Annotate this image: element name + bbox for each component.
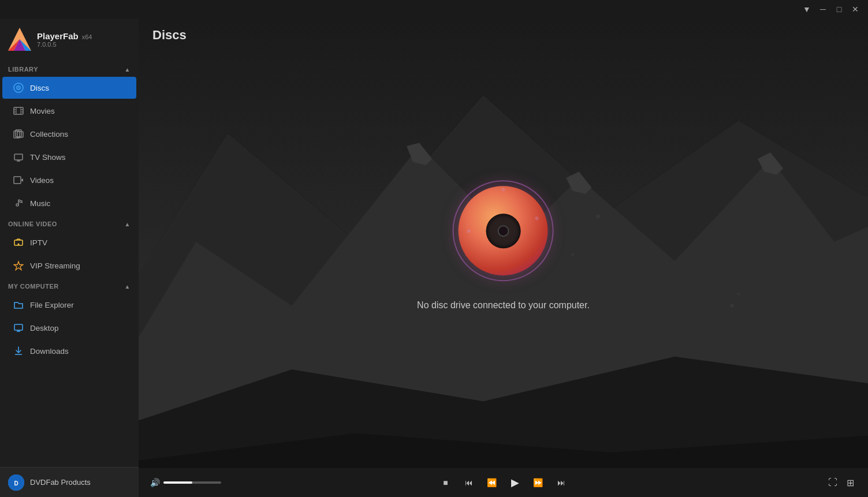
disc-icon — [13, 82, 24, 94]
grid-view-button[interactable]: ⊞ — [844, 475, 856, 491]
online-video-label: ONLINE VIDEO — [8, 221, 57, 227]
sidebar-item-downloads[interactable]: Downloads — [2, 340, 136, 362]
stop-button[interactable]: ■ — [435, 472, 456, 493]
downloads-label: Downloads — [30, 347, 69, 356]
library-section-header[interactable]: Library ▲ — [0, 60, 139, 76]
videos-icon — [13, 174, 24, 186]
downloads-icon — [13, 345, 24, 357]
sidebar-item-movies[interactable]: Movies — [2, 100, 136, 122]
dvdfab-products-button[interactable]: D DVDFab Products — [0, 467, 139, 497]
sidebar: PlayerFab x64 7.0.0.5 Library ▲ Discs — [0, 18, 139, 497]
svg-point-39 — [596, 214, 600, 218]
disc-center: No disc drive connected to your computer… — [417, 179, 590, 311]
app-logo — [8, 28, 31, 51]
my-computer-section-header[interactable]: My Computer ▲ — [0, 277, 139, 293]
titlebar-minimize-btn[interactable]: ─ — [815, 1, 831, 17]
svg-rect-20 — [14, 177, 21, 184]
sidebar-item-desktop[interactable]: Desktop — [2, 317, 136, 339]
svg-text:D: D — [14, 480, 18, 487]
tv-icon — [13, 151, 24, 163]
logo-name-text: PlayerFab — [37, 31, 79, 41]
iptv-icon — [13, 237, 24, 248]
titlebar-maximize-btn[interactable]: □ — [831, 1, 847, 17]
discs-label: Discs — [30, 84, 49, 92]
videos-label: Videos — [30, 176, 54, 185]
play-button[interactable]: ▶ — [505, 472, 526, 493]
logo-text: PlayerFab x64 7.0.0.5 — [37, 31, 92, 48]
svg-rect-25 — [14, 324, 23, 330]
no-disc-message: No disc drive connected to your computer… — [417, 300, 590, 311]
desktop-label: Desktop — [30, 324, 59, 332]
svg-point-22 — [16, 204, 18, 206]
titlebar-menu-btn[interactable]: ▼ — [799, 1, 815, 17]
dvdfab-label: DVDFab Products — [30, 478, 91, 487]
page-title-bar: Discs — [139, 18, 868, 50]
file-explorer-label: File Explorer — [30, 301, 74, 309]
previous-button[interactable]: ⏮ — [459, 472, 479, 493]
disc-decoration — [451, 179, 555, 283]
iptv-label: IPTV — [30, 238, 47, 247]
next-button[interactable]: ⏭ — [551, 472, 572, 493]
logo-version-text: 7.0.0.5 — [37, 41, 92, 48]
titlebar: ▼ ─ □ ✕ — [0, 0, 868, 18]
svg-rect-17 — [14, 154, 23, 160]
logo-area: PlayerFab x64 7.0.0.5 — [0, 18, 139, 60]
collections-icon — [13, 128, 24, 140]
sidebar-item-videos[interactable]: Videos — [2, 169, 136, 191]
file-explorer-icon — [13, 299, 24, 311]
my-computer-label: My Computer — [8, 283, 59, 290]
volume-area: 🔊 — [150, 478, 221, 487]
playback-controls: ■ ⏮ ⏪ ▶ ⏩ ⏭ — [150, 472, 856, 493]
titlebar-close-btn[interactable]: ✕ — [847, 1, 863, 17]
movies-icon — [13, 105, 24, 117]
svg-point-6 — [18, 87, 19, 88]
music-icon — [13, 197, 24, 209]
online-video-chevron-icon: ▲ — [125, 221, 131, 227]
online-video-section-header[interactable]: ONLINE VIDEO ▲ — [0, 215, 139, 231]
sidebar-item-tv-shows[interactable]: TV Shows — [2, 146, 136, 168]
my-computer-chevron-icon: ▲ — [125, 283, 131, 290]
disc-visual — [451, 179, 555, 283]
content-area: Discs — [139, 18, 868, 497]
svg-point-43 — [467, 229, 470, 233]
sidebar-item-discs[interactable]: Discs — [2, 77, 136, 99]
sidebar-item-file-explorer[interactable]: File Explorer — [2, 294, 136, 316]
fast-forward-button[interactable]: ⏩ — [528, 472, 549, 493]
movies-label: Movies — [30, 107, 55, 115]
main-layout: PlayerFab x64 7.0.0.5 Library ▲ Discs — [0, 18, 868, 497]
svg-point-44 — [501, 188, 505, 191]
logo-x64-text: x64 — [82, 33, 92, 40]
svg-point-45 — [535, 216, 538, 220]
fullscreen-button[interactable]: ⛶ — [826, 475, 840, 490]
view-controls: ⛶ ⊞ — [826, 475, 856, 491]
collections-label: Collections — [30, 130, 68, 139]
page-title: Discs — [152, 28, 854, 43]
svg-point-24 — [18, 244, 20, 245]
sidebar-item-iptv[interactable]: IPTV — [2, 231, 136, 253]
sidebar-item-vip-streaming[interactable]: VIP Streaming — [2, 255, 136, 276]
dvdfab-logo-icon: D — [8, 474, 24, 491]
volume-icon[interactable]: 🔊 — [150, 478, 160, 487]
vip-streaming-label: VIP Streaming — [30, 261, 80, 270]
svg-point-41 — [730, 304, 734, 308]
desktop-icon — [13, 322, 24, 334]
volume-fill — [163, 481, 192, 484]
playback-bar: 🔊 ■ ⏮ ⏪ ▶ ⏩ ⏭ ⛶ ⊞ — [139, 468, 868, 497]
library-chevron-icon: ▲ — [125, 66, 131, 73]
rewind-button[interactable]: ⏪ — [482, 472, 502, 493]
svg-point-42 — [737, 293, 740, 295]
vip-icon — [13, 260, 24, 271]
tv-shows-label: TV Shows — [30, 153, 66, 162]
volume-slider[interactable] — [163, 481, 221, 484]
library-section-label: Library — [8, 66, 38, 73]
svg-rect-7 — [14, 107, 23, 114]
sidebar-item-collections[interactable]: Collections — [2, 123, 136, 145]
sidebar-item-music[interactable]: Music — [2, 192, 136, 214]
music-label: Music — [30, 199, 50, 208]
